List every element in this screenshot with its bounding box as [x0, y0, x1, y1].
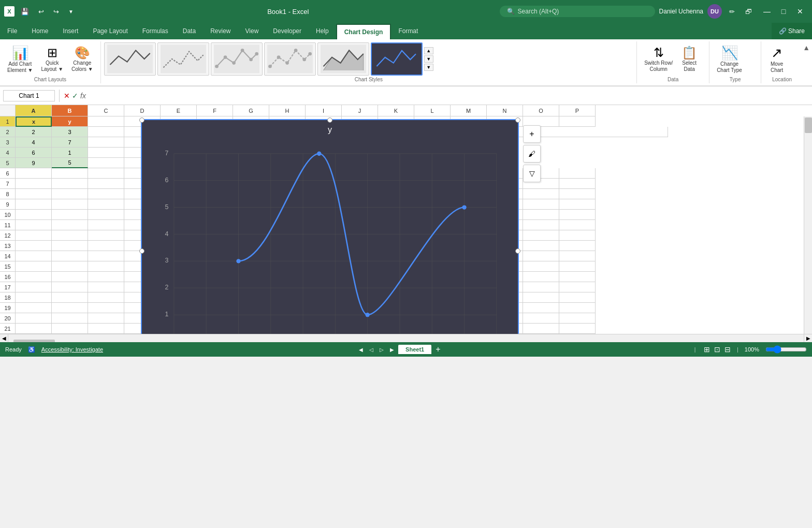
cell-B5[interactable]: 5 — [52, 158, 88, 168]
h-scroll-right[interactable]: ▶ — [804, 334, 812, 343]
minimize-button[interactable]: — — [759, 4, 775, 19]
tab-chart-design[interactable]: Chart Design — [336, 24, 392, 39]
chart-style-1[interactable] — [104, 42, 156, 76]
col-header-C[interactable]: C — [88, 105, 124, 116]
tab-insert[interactable]: Insert — [55, 23, 85, 39]
chart-handle-tm[interactable] — [327, 118, 332, 123]
cell-C4[interactable] — [88, 148, 124, 158]
col-header-H[interactable]: H — [269, 105, 306, 116]
col-header-B[interactable]: B — [52, 105, 88, 116]
col-header-L[interactable]: L — [414, 105, 451, 116]
sheet-nav-left2[interactable]: ◁ — [367, 345, 375, 354]
redo-button[interactable]: ↪ — [50, 6, 62, 18]
quick-layout-button[interactable]: ⊞ QuickLayout ▼ — [38, 43, 66, 75]
sheet-nav-right[interactable]: ▶ — [388, 345, 396, 354]
add-chart-element-button[interactable]: 📊 Add ChartElement ▼ — [4, 43, 36, 76]
col-header-E[interactable]: E — [161, 105, 197, 116]
cell-C3[interactable] — [88, 137, 124, 148]
row-num-16[interactable]: 16 — [0, 272, 15, 282]
col-header-F[interactable]: F — [197, 105, 233, 116]
styles-scroll-down[interactable]: ▼ — [424, 64, 433, 71]
chart-styles-side-button[interactable]: 🖌 — [523, 145, 541, 163]
tab-view[interactable]: View — [238, 23, 266, 39]
tab-format[interactable]: Format — [391, 23, 425, 39]
row-num-13[interactable]: 13 — [0, 241, 15, 251]
col-header-P[interactable]: P — [559, 105, 596, 116]
chart-handle-tl[interactable] — [139, 118, 144, 123]
row-num-12[interactable]: 12 — [0, 230, 15, 241]
user-avatar[interactable]: DU — [707, 4, 722, 19]
customize-qat-button[interactable]: ▼ — [65, 7, 77, 17]
sheet-tab-sheet1[interactable]: Sheet1 — [398, 345, 431, 354]
cell-A5[interactable]: 9 — [16, 158, 52, 168]
cell-B1[interactable]: y — [52, 116, 88, 127]
row-num-9[interactable]: 9 — [0, 199, 15, 210]
chart-style-5[interactable] — [317, 42, 369, 76]
styles-scroll-up[interactable]: ▲ — [424, 47, 433, 54]
chart-style-4[interactable] — [264, 42, 316, 76]
vertical-scrollbar[interactable] — [804, 116, 812, 334]
row-num-21[interactable]: 21 — [0, 324, 15, 334]
tab-developer[interactable]: Developer — [266, 23, 309, 39]
share-button[interactable]: 🔗 Share — [772, 23, 812, 39]
row-num-7[interactable]: 7 — [0, 179, 15, 189]
chart-handle-ml[interactable] — [139, 248, 144, 254]
chart-style-6-selected[interactable] — [371, 42, 423, 76]
col-header-A[interactable]: A — [16, 105, 52, 116]
cell-B2[interactable]: 3 — [52, 127, 88, 137]
tab-formulas[interactable]: Formulas — [135, 23, 176, 39]
search-box[interactable]: 🔍 — [500, 6, 655, 17]
maximize-button[interactable]: □ — [776, 4, 791, 19]
row-num-3[interactable]: 3 — [0, 137, 15, 148]
row-num-11[interactable]: 11 — [0, 220, 15, 230]
switch-row-col-button[interactable]: ⇅ Switch Row/Column — [641, 43, 676, 75]
row-num-10[interactable]: 10 — [0, 210, 15, 220]
cell-C1[interactable] — [88, 116, 124, 127]
row-num-2[interactable]: 2 — [0, 127, 15, 137]
chart-handle-mr[interactable] — [515, 248, 520, 254]
ribbon-display-button[interactable]: 🗗 — [742, 6, 755, 18]
close-button[interactable]: ✕ — [792, 4, 808, 19]
cell-C5[interactable] — [88, 158, 124, 168]
col-header-N[interactable]: N — [487, 105, 523, 116]
row-num-18[interactable]: 18 — [0, 292, 15, 303]
row-num-20[interactable]: 20 — [0, 313, 15, 324]
normal-view-button[interactable]: ⊞ — [704, 345, 710, 354]
formula-fx-icon[interactable]: fx — [80, 92, 86, 100]
chart-container[interactable]: y — [141, 119, 519, 334]
move-chart-button[interactable]: ↗ MoveChart — [765, 43, 788, 76]
select-data-button[interactable]: 📋 SelectData — [678, 43, 701, 75]
chart-style-2[interactable] — [157, 42, 209, 76]
formula-input[interactable] — [88, 91, 809, 100]
sheet-nav-right2[interactable]: ▷ — [378, 345, 386, 354]
search-input[interactable] — [518, 8, 648, 15]
tab-review[interactable]: Review — [203, 23, 238, 39]
name-box[interactable] — [3, 90, 55, 101]
add-sheet-button[interactable]: + — [436, 345, 440, 354]
tab-page-layout[interactable]: Page Layout — [85, 23, 135, 39]
cell-C2[interactable] — [88, 127, 124, 137]
page-break-view-button[interactable]: ⊟ — [724, 345, 731, 354]
add-chart-element-side-button[interactable]: + — [523, 125, 541, 143]
cell-P1[interactable] — [559, 116, 596, 127]
change-colors-button[interactable]: 🎨 ChangeColors ▼ — [68, 43, 96, 75]
col-header-O[interactable]: O — [523, 105, 559, 116]
page-layout-view-button[interactable]: ⊡ — [714, 345, 720, 354]
formula-confirm-icon[interactable]: ✓ — [72, 92, 78, 100]
accessibility-label[interactable]: Accessibility: Investigate — [41, 346, 103, 353]
cell-A2[interactable]: 2 — [16, 127, 52, 137]
col-header-D[interactable]: D — [124, 105, 161, 116]
tab-file[interactable]: File — [0, 23, 24, 39]
row-num-1[interactable]: 1 — [0, 116, 15, 127]
tab-data[interactable]: Data — [176, 23, 203, 39]
row-num-14[interactable]: 14 — [0, 251, 15, 261]
change-chart-type-button[interactable]: 📉 ChangeChart Type — [714, 43, 745, 76]
row-num-17[interactable]: 17 — [0, 282, 15, 292]
chart-filter-side-button[interactable]: ▽ — [523, 165, 541, 182]
undo-button[interactable]: ↩ — [35, 6, 47, 18]
row-num-8[interactable]: 8 — [0, 189, 15, 199]
chart-handle-tr[interactable] — [515, 118, 520, 123]
col-header-J[interactable]: J — [342, 105, 378, 116]
tab-home[interactable]: Home — [24, 23, 55, 39]
h-scroll-left[interactable]: ◀ — [0, 334, 8, 343]
